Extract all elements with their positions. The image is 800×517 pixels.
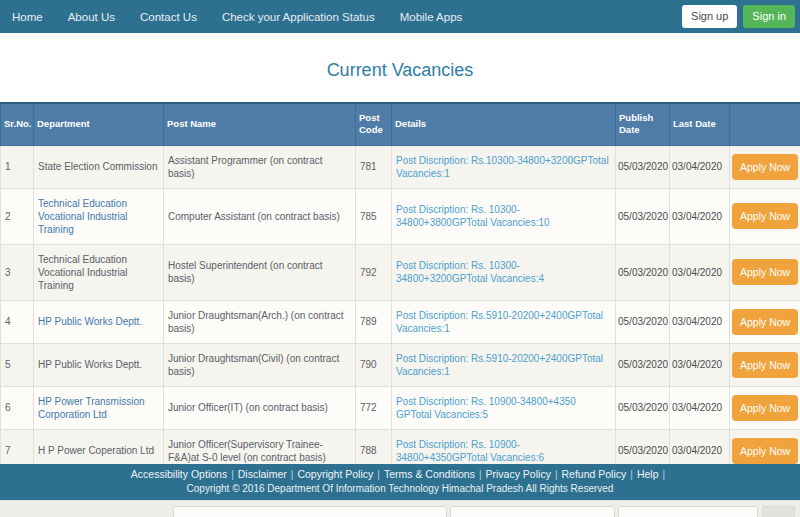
apply-now-button[interactable]: Apply Now: [732, 395, 798, 421]
cell-department[interactable]: HP Power Transmission Corporation Ltd: [34, 386, 164, 429]
cell-apply: Apply Now: [730, 386, 800, 429]
cell-details[interactable]: Post Discription: Rs. 10300-34800+3200GP…: [392, 244, 616, 300]
cell-publish-date: 05/03/2020: [616, 188, 670, 244]
cell-department[interactable]: Technical Education Vocational Industria…: [34, 188, 164, 244]
apply-now-button[interactable]: Apply Now: [732, 309, 798, 335]
apply-now-button[interactable]: Apply Now: [732, 259, 798, 285]
cell-apply: Apply Now: [730, 300, 800, 343]
cell-post-name: Hostel Superintendent (on contract basis…: [164, 244, 356, 300]
cell-publish-date: 05/03/2020: [616, 343, 670, 386]
cell-sr-no: 2: [1, 188, 34, 244]
cell-post-code: 792: [356, 244, 392, 300]
footer-separator: |: [231, 469, 234, 480]
top-navbar: HomeAbout UsContact UsCheck your Applica…: [0, 0, 800, 33]
cell-publish-date: 05/03/2020: [616, 300, 670, 343]
apply-now-button[interactable]: Apply Now: [732, 203, 798, 229]
cell-publish-date: 05/03/2020: [616, 145, 670, 188]
cell-post-code: 785: [356, 188, 392, 244]
footer-separator: |: [377, 469, 380, 480]
cell-post-code: 790: [356, 343, 392, 386]
apply-now-button[interactable]: Apply Now: [732, 438, 798, 464]
cell-publish-date: 05/03/2020: [616, 244, 670, 300]
partial-card: [173, 506, 447, 517]
cell-details[interactable]: Post Discription: Rs.5910-20200+2400GPTo…: [392, 300, 616, 343]
table-row: 3Technical Education Vocational Industri…: [1, 244, 800, 300]
partial-card: [450, 506, 615, 517]
footer-separator: |: [479, 469, 482, 480]
footer-link-help[interactable]: Help: [637, 468, 659, 480]
nav-menu: HomeAbout UsContact UsCheck your Applica…: [12, 11, 682, 23]
footer-link-privacy-policy[interactable]: Privacy Policy: [486, 468, 551, 480]
table-row: 4HP Public Works Deptt.Junior Draughtsma…: [1, 300, 800, 343]
page-title: Current Vacancies: [0, 60, 800, 81]
apply-now-button[interactable]: Apply Now: [732, 352, 798, 378]
table-row: 1State Election CommissionAssistant Prog…: [1, 145, 800, 188]
cell-sr-no: 5: [1, 343, 34, 386]
cell-last-date: 03/04/2020: [670, 188, 730, 244]
cell-post-name: Computer Assistant (on contract basis): [164, 188, 356, 244]
cell-last-date: 03/04/2020: [670, 386, 730, 429]
cell-department: State Election Commission: [34, 145, 164, 188]
cell-post-name: Assistant Programmer (on contract basis): [164, 145, 356, 188]
cell-details[interactable]: Post Discription: Rs. 10300-34800+3800GP…: [392, 188, 616, 244]
cell-post-code: 789: [356, 300, 392, 343]
table-row: 6HP Power Transmission Corporation LtdJu…: [1, 386, 800, 429]
cell-sr-no: 1: [1, 145, 34, 188]
cell-post-name: Junior Draughtsman(Arch.) (on contract b…: [164, 300, 356, 343]
cell-apply: Apply Now: [730, 145, 800, 188]
cell-post-code: 772: [356, 386, 392, 429]
nav-actions: Sign up Sign in: [682, 5, 795, 27]
footer-separator: |: [291, 469, 294, 480]
cell-details[interactable]: Post Discription: Rs.5910-20200+2400GPTo…: [392, 343, 616, 386]
footer-link-copyright-policy[interactable]: Copyright Policy: [297, 468, 373, 480]
nav-item-mobile-apps[interactable]: Mobile Apps: [400, 11, 463, 23]
cell-last-date: 03/04/2020: [670, 145, 730, 188]
nav-item-check-your-application-status[interactable]: Check your Application Status: [222, 11, 375, 23]
footer-link-accessibility-options[interactable]: Accessibility Options: [131, 468, 227, 480]
cell-apply: Apply Now: [730, 244, 800, 300]
col-header-publish-date: Publish Date: [616, 103, 670, 145]
cell-details[interactable]: Post Discription: Rs. 10900-34800+4350 G…: [392, 386, 616, 429]
partial-card: [762, 506, 795, 517]
col-header-last-date: Last Date: [670, 103, 730, 145]
footer-link-terms-conditions[interactable]: Terms & Conditions: [384, 468, 475, 480]
cell-last-date: 03/04/2020: [670, 343, 730, 386]
cell-last-date: 03/04/2020: [670, 300, 730, 343]
copyright-text: Copyright © 2016 Department Of Informati…: [0, 483, 800, 494]
table-header-row: Sr.No.DepartmentPost NamePost CodeDetail…: [1, 103, 800, 145]
footer-link-refund-policy[interactable]: Refund Policy: [562, 468, 627, 480]
bottom-strip: [0, 500, 800, 517]
cell-publish-date: 05/03/2020: [616, 386, 670, 429]
cell-apply: Apply Now: [730, 343, 800, 386]
cell-details[interactable]: Post Discription: Rs.10300-34800+3200GPT…: [392, 145, 616, 188]
cell-apply: Apply Now: [730, 188, 800, 244]
cell-sr-no: 3: [1, 244, 34, 300]
nav-item-about-us[interactable]: About Us: [68, 11, 115, 23]
nav-item-contact-us[interactable]: Contact Us: [140, 11, 197, 23]
apply-now-button[interactable]: Apply Now: [732, 154, 798, 180]
cell-last-date: 03/04/2020: [670, 244, 730, 300]
col-header-sr-no: Sr.No.: [1, 103, 34, 145]
col-header-actions: [730, 103, 800, 145]
footer-separator: |: [630, 469, 633, 480]
footer-separator: |: [555, 469, 558, 480]
col-header-post-code: Post Code: [356, 103, 392, 145]
cell-department: HP Public Works Deptt.: [34, 343, 164, 386]
cell-department[interactable]: HP Public Works Deptt.: [34, 300, 164, 343]
footer-link-disclaimer[interactable]: Disclaimer: [238, 468, 287, 480]
signup-button[interactable]: Sign up: [682, 5, 737, 27]
col-header-department: Department: [34, 103, 164, 145]
cell-post-name: Junior Officer(IT) (on contract basis): [164, 386, 356, 429]
nav-item-home[interactable]: Home: [12, 11, 43, 23]
cell-sr-no: 6: [1, 386, 34, 429]
footer-separator: |: [663, 469, 666, 480]
vacancies-table: Sr.No.DepartmentPost NamePost CodeDetail…: [0, 102, 800, 473]
table-row: 5HP Public Works Deptt.Junior Draughtsma…: [1, 343, 800, 386]
footer-links: Accessibility Options|Disclaimer|Copyrig…: [0, 468, 800, 480]
cell-post-code: 781: [356, 145, 392, 188]
col-header-details: Details: [392, 103, 616, 145]
signin-button[interactable]: Sign in: [743, 5, 795, 27]
cell-department: Technical Education Vocational Industria…: [34, 244, 164, 300]
partial-card: [618, 506, 758, 517]
table-row: 2Technical Education Vocational Industri…: [1, 188, 800, 244]
